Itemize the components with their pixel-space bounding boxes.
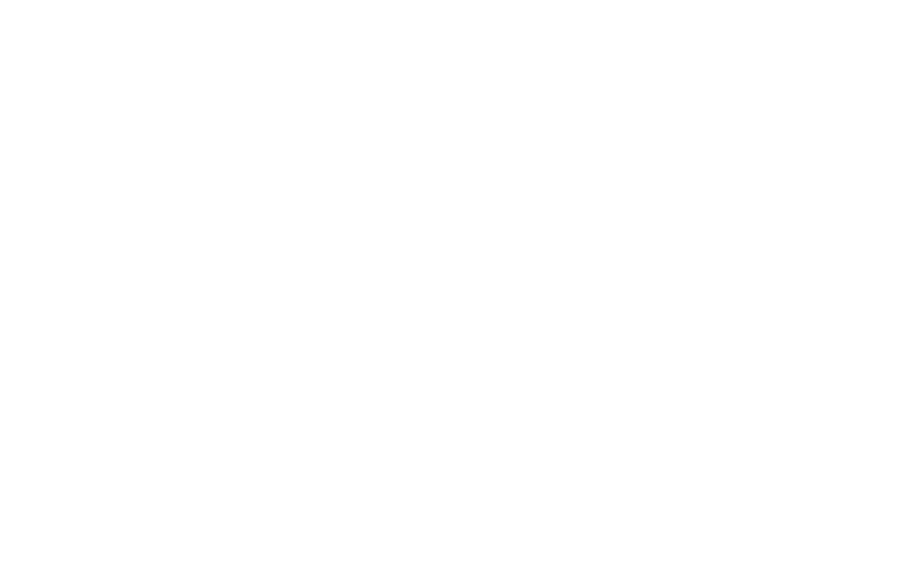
org-chart: [0, 0, 924, 571]
connector-lines: [0, 0, 924, 571]
